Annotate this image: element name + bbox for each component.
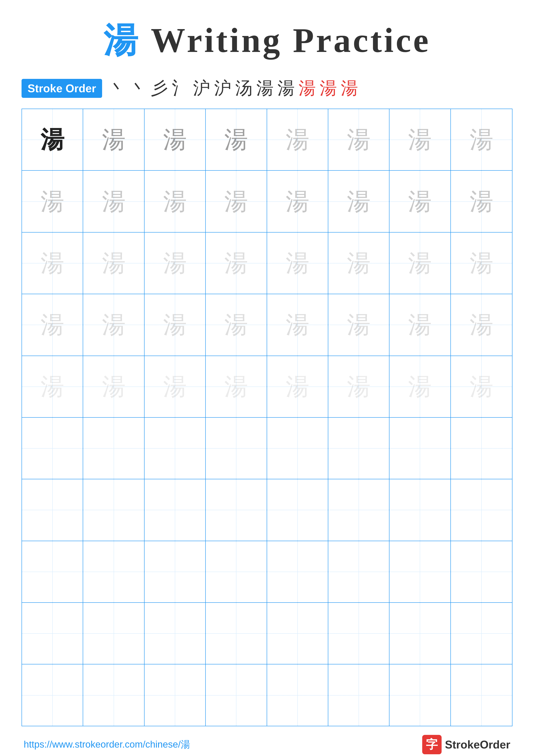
cell-1-6[interactable]: 湯: [328, 109, 390, 170]
cell-9-8[interactable]: [451, 603, 512, 664]
cell-9-2[interactable]: [83, 603, 144, 664]
cell-8-5[interactable]: [267, 541, 328, 602]
cell-2-4[interactable]: 湯: [206, 171, 267, 232]
cell-3-2[interactable]: 湯: [83, 232, 144, 294]
char-2-3: 湯: [163, 190, 187, 213]
cell-6-5[interactable]: [267, 418, 328, 479]
cell-5-2[interactable]: 湯: [83, 356, 144, 417]
cell-3-7[interactable]: 湯: [390, 232, 451, 294]
cell-9-1[interactable]: [22, 603, 83, 664]
cell-10-4[interactable]: [206, 664, 267, 726]
char-2-1: 湯: [40, 190, 64, 213]
cell-10-5[interactable]: [267, 664, 328, 726]
cell-3-5[interactable]: 湯: [267, 232, 328, 294]
cell-6-1[interactable]: [22, 418, 83, 479]
cell-7-8[interactable]: [451, 479, 512, 540]
page-title: 湯 Writing Practice: [103, 17, 431, 64]
stroke-5: 沪: [193, 77, 210, 100]
footer-logo: 字 StrokeOrder: [422, 735, 510, 754]
cell-4-5[interactable]: 湯: [267, 294, 328, 355]
cell-9-6[interactable]: [328, 603, 390, 664]
cell-2-7[interactable]: 湯: [390, 171, 451, 232]
cell-1-5[interactable]: 湯: [267, 109, 328, 170]
cell-9-4[interactable]: [206, 603, 267, 664]
cell-10-7[interactable]: [390, 664, 451, 726]
cell-4-7[interactable]: 湯: [390, 294, 451, 355]
cell-6-6[interactable]: [328, 418, 390, 479]
cell-4-1[interactable]: 湯: [22, 294, 83, 355]
grid-row-4: 湯 湯 湯 湯 湯 湯 湯 湯: [22, 294, 512, 356]
cell-8-3[interactable]: [144, 541, 206, 602]
cell-4-2[interactable]: 湯: [83, 294, 144, 355]
cell-1-8[interactable]: 湯: [451, 109, 512, 170]
stroke-2: 丶: [130, 77, 147, 100]
grid-row-10: [22, 664, 512, 726]
cell-1-4[interactable]: 湯: [206, 109, 267, 170]
footer-url[interactable]: https://www.strokeorder.com/chinese/湯: [24, 738, 190, 751]
cell-1-1[interactable]: 湯: [22, 109, 83, 170]
cell-7-2[interactable]: [83, 479, 144, 540]
cell-10-2[interactable]: [83, 664, 144, 726]
cell-7-6[interactable]: [328, 479, 390, 540]
cell-2-2[interactable]: 湯: [83, 171, 144, 232]
char-3-8: 湯: [470, 251, 493, 275]
cell-10-6[interactable]: [328, 664, 390, 726]
cell-4-3[interactable]: 湯: [144, 294, 206, 355]
cell-6-2[interactable]: [83, 418, 144, 479]
cell-4-6[interactable]: 湯: [328, 294, 390, 355]
char-1-4: 湯: [224, 128, 248, 151]
cell-7-5[interactable]: [267, 479, 328, 540]
cell-3-1[interactable]: 湯: [22, 232, 83, 294]
cell-9-7[interactable]: [390, 603, 451, 664]
cell-8-8[interactable]: [451, 541, 512, 602]
cell-5-4[interactable]: 湯: [206, 356, 267, 417]
cell-8-7[interactable]: [390, 541, 451, 602]
cell-1-2[interactable]: 湯: [83, 109, 144, 170]
cell-2-1[interactable]: 湯: [22, 171, 83, 232]
cell-5-8[interactable]: 湯: [451, 356, 512, 417]
char-3-5: 湯: [286, 251, 309, 275]
cell-7-4[interactable]: [206, 479, 267, 540]
cell-10-8[interactable]: [451, 664, 512, 726]
cell-3-3[interactable]: 湯: [144, 232, 206, 294]
char-5-8: 湯: [470, 375, 493, 398]
cell-3-4[interactable]: 湯: [206, 232, 267, 294]
stroke-sequence: 丶 丶 彡 氵 沪 沪 汤 湯 湯 湯 湯 湯: [109, 77, 358, 100]
cell-5-6[interactable]: 湯: [328, 356, 390, 417]
stroke-6: 沪: [214, 77, 231, 100]
cell-10-1[interactable]: [22, 664, 83, 726]
cell-5-1[interactable]: 湯: [22, 356, 83, 417]
cell-7-7[interactable]: [390, 479, 451, 540]
cell-6-4[interactable]: [206, 418, 267, 479]
cell-6-7[interactable]: [390, 418, 451, 479]
cell-4-4[interactable]: 湯: [206, 294, 267, 355]
cell-2-3[interactable]: 湯: [144, 171, 206, 232]
cell-5-7[interactable]: 湯: [390, 356, 451, 417]
cell-5-3[interactable]: 湯: [144, 356, 206, 417]
cell-8-1[interactable]: [22, 541, 83, 602]
cell-9-3[interactable]: [144, 603, 206, 664]
cell-8-6[interactable]: [328, 541, 390, 602]
cell-3-6[interactable]: 湯: [328, 232, 390, 294]
strokeorder-logo-icon: 字: [422, 735, 442, 754]
cell-5-5[interactable]: 湯: [267, 356, 328, 417]
cell-6-8[interactable]: [451, 418, 512, 479]
cell-4-8[interactable]: 湯: [451, 294, 512, 355]
char-3-7: 湯: [408, 251, 432, 275]
cell-2-5[interactable]: 湯: [267, 171, 328, 232]
stroke-order-row: Stroke Order 丶 丶 彡 氵 沪 沪 汤 湯 湯 湯 湯 湯: [21, 77, 513, 100]
cell-1-3[interactable]: 湯: [144, 109, 206, 170]
cell-6-3[interactable]: [144, 418, 206, 479]
cell-8-2[interactable]: [83, 541, 144, 602]
cell-9-5[interactable]: [267, 603, 328, 664]
cell-7-3[interactable]: [144, 479, 206, 540]
cell-2-8[interactable]: 湯: [451, 171, 512, 232]
cell-10-3[interactable]: [144, 664, 206, 726]
cell-1-7[interactable]: 湯: [390, 109, 451, 170]
grid-row-6: [22, 418, 512, 479]
char-2-4: 湯: [224, 190, 248, 213]
cell-7-1[interactable]: [22, 479, 83, 540]
cell-2-6[interactable]: 湯: [328, 171, 390, 232]
cell-8-4[interactable]: [206, 541, 267, 602]
cell-3-8[interactable]: 湯: [451, 232, 512, 294]
